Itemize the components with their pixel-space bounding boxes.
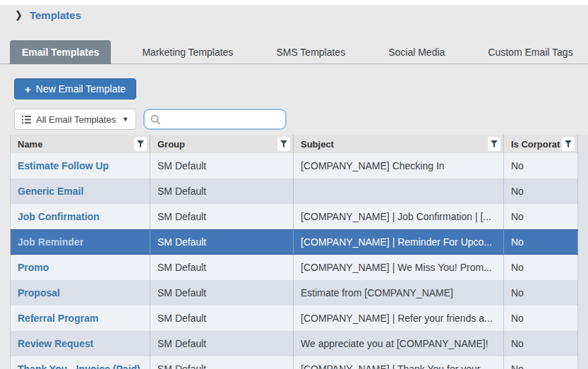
caret-down-icon: ▼ xyxy=(122,116,128,123)
filter-icon-button[interactable] xyxy=(562,137,575,151)
filter-controls: All Email Templates ▼ xyxy=(14,109,287,130)
subject-cell: [COMPANY_NAME] | Refer your friends a... xyxy=(294,306,504,331)
table-body: Estimate Follow UpSM Default[COMPANY_NAM… xyxy=(11,153,578,369)
filter-icon-button[interactable] xyxy=(488,137,500,151)
column-header-subject[interactable]: Subject xyxy=(294,135,504,153)
subject-cell: Estimate from [COMPANY_NAME] xyxy=(294,280,504,306)
table-header: NameGroupSubjectIs Corporate xyxy=(11,135,578,153)
subject-cell: We appreciate you at [COMPANY_NAME]! xyxy=(294,331,504,356)
filter-icon-button[interactable] xyxy=(277,137,290,151)
is-corporate-cell: No xyxy=(504,153,578,179)
table-row-thank-you-invoice-paid[interactable]: Thank You - Invoice (Paid)SM Default[COM… xyxy=(11,356,578,369)
tab-custom-email-tags[interactable]: Custom Email Tags xyxy=(476,40,584,64)
name-cell: Review Request xyxy=(11,331,150,356)
is-corporate-cell: No xyxy=(504,204,578,229)
column-label: Group xyxy=(157,139,185,150)
is-corporate-cell: No xyxy=(504,179,578,204)
is-corporate-cell: No xyxy=(504,306,578,331)
top-strip xyxy=(0,0,588,5)
template-name-link[interactable]: Proposal xyxy=(18,287,60,298)
table-row-promo[interactable]: PromoSM Default[COMPANY_NAME] | We Miss … xyxy=(11,255,578,280)
template-filter-dropdown[interactable]: All Email Templates ▼ xyxy=(14,109,136,130)
table-row-proposal[interactable]: ProposalSM DefaultEstimate from [COMPANY… xyxy=(11,280,578,306)
name-cell: Generic Email xyxy=(11,179,150,204)
breadcrumb-templates-link[interactable]: Templates xyxy=(30,9,81,21)
template-name-link[interactable]: Job Confirmation xyxy=(18,211,100,222)
template-name-link[interactable]: Generic Email xyxy=(18,186,83,197)
name-cell: Proposal xyxy=(11,280,150,306)
subject-cell: [COMPANY_NAME] | Thank You for your... xyxy=(294,356,504,369)
template-name-link[interactable]: Job Reminder xyxy=(18,236,83,248)
subject-cell: [COMPANY_NAME] | Job Confirmation | [... xyxy=(294,204,504,229)
column-label: Is Corporate xyxy=(511,139,560,150)
page-background: ❯ Templates Email TemplatesMarketing Tem… xyxy=(0,0,588,369)
group-cell: SM Default xyxy=(150,230,294,254)
filter-icon-button[interactable] xyxy=(134,137,147,151)
column-header-name[interactable]: Name xyxy=(11,135,150,153)
subject-cell: [COMPANY_NAME] | Reminder For Upco... xyxy=(294,230,504,254)
tab-email-templates[interactable]: Email Templates xyxy=(10,40,111,64)
breadcrumb: ❯ Templates xyxy=(15,9,81,21)
search-input[interactable] xyxy=(165,114,280,126)
column-header-is-corporate[interactable]: Is Corporate xyxy=(504,135,578,153)
name-cell: Estimate Follow Up xyxy=(11,153,150,179)
group-cell: SM Default xyxy=(150,356,294,369)
template-name-link[interactable]: Estimate Follow Up xyxy=(18,160,109,171)
tab-social-media[interactable]: Social Media xyxy=(376,40,457,64)
scrollbar-track[interactable] xyxy=(578,135,588,369)
table-row-estimate-follow-up[interactable]: Estimate Follow UpSM Default[COMPANY_NAM… xyxy=(11,153,578,179)
name-cell: Referral Program xyxy=(11,306,150,331)
group-cell: SM Default xyxy=(150,280,294,306)
group-cell: SM Default xyxy=(150,153,294,179)
search-box xyxy=(143,109,287,130)
name-cell: Job Reminder xyxy=(11,230,150,254)
chevron-right-icon[interactable]: ❯ xyxy=(15,9,23,21)
table-row-job-confirmation[interactable]: Job ConfirmationSM Default[COMPANY_NAME]… xyxy=(11,204,578,229)
group-cell: SM Default xyxy=(150,255,294,280)
tab-bar: Email TemplatesMarketing TemplatesSMS Te… xyxy=(10,40,588,64)
is-corporate-cell: No xyxy=(504,331,578,356)
new-email-template-button[interactable]: + New Email Template xyxy=(14,78,136,99)
is-corporate-cell: No xyxy=(504,280,578,306)
is-corporate-cell: No xyxy=(504,356,578,369)
group-cell: SM Default xyxy=(150,179,294,204)
subject-cell xyxy=(294,179,504,204)
funnel-icon xyxy=(137,140,144,148)
group-cell: SM Default xyxy=(150,306,294,331)
is-corporate-cell: No xyxy=(504,255,578,280)
new-template-label: New Email Template xyxy=(36,83,126,95)
funnel-icon xyxy=(280,140,287,148)
dropdown-label: All Email Templates xyxy=(36,114,116,125)
tab-sms-templates[interactable]: SMS Templates xyxy=(264,40,357,64)
name-cell: Promo xyxy=(11,255,150,280)
templates-table: NameGroupSubjectIs Corporate Estimate Fo… xyxy=(10,135,578,369)
template-name-link[interactable]: Promo xyxy=(18,262,49,273)
template-name-link[interactable]: Review Request xyxy=(18,338,93,349)
list-icon xyxy=(22,116,31,123)
table-row-generic-email[interactable]: Generic EmailSM DefaultNo xyxy=(11,179,578,204)
group-cell: SM Default xyxy=(150,331,294,356)
group-cell: SM Default xyxy=(150,204,294,229)
funnel-icon xyxy=(565,140,572,148)
subject-cell: [COMPANY_NAME] | We Miss You! Prom... xyxy=(294,255,504,280)
subject-cell: [COMPANY_NAME] Checking In xyxy=(294,153,504,179)
column-label: Name xyxy=(18,139,42,150)
table-row-review-request[interactable]: Review RequestSM DefaultWe appreciate yo… xyxy=(11,331,578,356)
template-name-link[interactable]: Referral Program xyxy=(18,313,98,324)
is-corporate-cell: No xyxy=(504,230,578,254)
name-cell: Job Confirmation xyxy=(11,204,150,229)
column-header-group[interactable]: Group xyxy=(150,135,294,153)
funnel-icon xyxy=(491,140,498,148)
tab-marketing-templates[interactable]: Marketing Templates xyxy=(130,40,245,64)
table-row-job-reminder[interactable]: Job ReminderSM Default[COMPANY_NAME] | R… xyxy=(11,229,578,255)
name-cell: Thank You - Invoice (Paid) xyxy=(11,356,150,369)
table-row-referral-program[interactable]: Referral ProgramSM Default[COMPANY_NAME]… xyxy=(11,306,578,331)
search-icon xyxy=(150,114,161,125)
template-name-link[interactable]: Thank You - Invoice (Paid) xyxy=(18,363,140,369)
column-label: Subject xyxy=(301,139,334,150)
plus-icon: + xyxy=(25,84,31,95)
